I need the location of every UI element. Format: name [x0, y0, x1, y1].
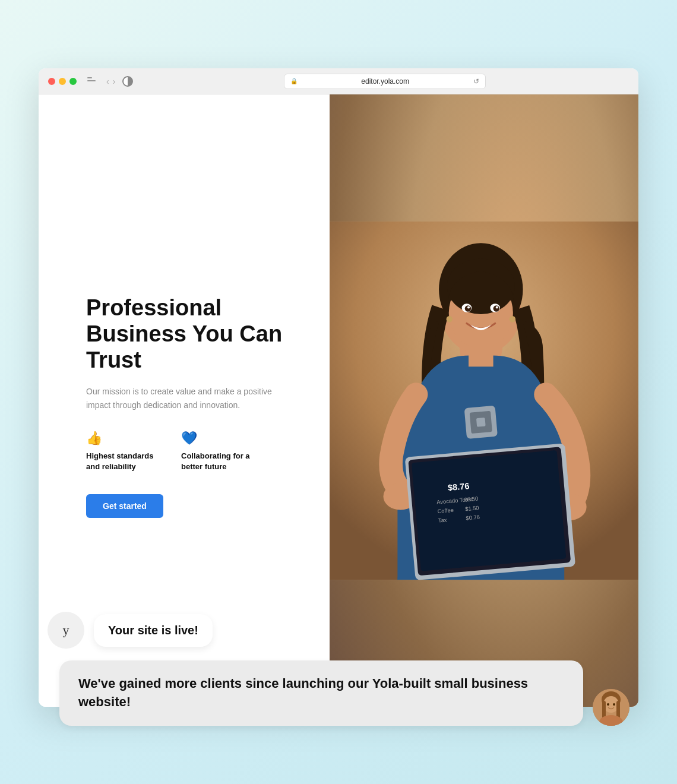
svg-text:Tax: Tax	[438, 517, 448, 523]
nav-arrows: ‹ ›	[106, 77, 115, 86]
svg-point-39	[613, 703, 615, 706]
feature-item-1: 👍 Highest standards and reliability	[86, 431, 157, 472]
svg-rect-30	[476, 418, 486, 427]
testimonial-bubble: We've gained more clients since launchin…	[59, 660, 583, 726]
chat-row-testimonial: We've gained more clients since launchin…	[48, 660, 629, 726]
svg-point-13	[447, 316, 453, 322]
svg-point-14	[510, 316, 515, 322]
svg-point-12	[496, 306, 498, 308]
back-arrow[interactable]: ‹	[106, 77, 109, 86]
address-text: editor.yola.com	[301, 77, 470, 86]
chat-row-notification: y Your site is live!	[48, 612, 629, 649]
hero-description: Our mission is to create value and make …	[86, 385, 294, 412]
svg-rect-35	[602, 701, 606, 719]
user-avatar-image	[593, 689, 629, 726]
svg-text:$1.50: $1.50	[465, 505, 479, 512]
chat-section: y Your site is live! We've gained more c…	[0, 588, 677, 784]
brightness-icon	[122, 76, 133, 87]
close-button[interactable]	[48, 78, 55, 85]
address-bar[interactable]: 🔒 editor.yola.com ↺	[284, 74, 486, 89]
site-live-text: Your site is live!	[108, 624, 198, 637]
yola-logo-avatar: y	[48, 612, 84, 649]
lock-icon: 🔒	[290, 78, 298, 84]
feature-item-2: 💙 Collaborating for a better future	[181, 431, 252, 472]
feature-1-label: Highest standards and reliability	[86, 451, 157, 472]
minimize-button[interactable]	[59, 78, 66, 85]
svg-point-11	[467, 306, 470, 308]
thumbs-up-icon: 👍	[86, 431, 157, 446]
traffic-lights	[48, 78, 77, 85]
site-live-bubble: Your site is live!	[94, 614, 213, 647]
get-started-button[interactable]: Get started	[86, 494, 163, 518]
forward-arrow[interactable]: ›	[113, 77, 116, 86]
testimonial-text: We've gained more clients since launchin…	[78, 675, 564, 712]
features-row: 👍 Highest standards and reliability 💙 Co…	[86, 431, 294, 472]
svg-point-38	[607, 703, 609, 706]
browser-toolbar: ‹ › 🔒 editor.yola.com ↺	[39, 68, 638, 94]
svg-text:$0.76: $0.76	[466, 514, 480, 521]
heart-icon: 💙	[181, 431, 252, 446]
feature-2-label: Collaborating for a better future	[181, 451, 252, 472]
svg-rect-20	[412, 450, 566, 571]
hero-title: Professional Business You Can Trust	[86, 295, 294, 373]
svg-text:$8.76: $8.76	[447, 481, 470, 492]
reload-icon[interactable]: ↺	[473, 77, 479, 86]
svg-rect-36	[616, 701, 620, 719]
maximize-button[interactable]	[69, 78, 77, 85]
sidebar-icon[interactable]	[87, 77, 99, 86]
user-avatar	[593, 689, 629, 726]
svg-rect-31	[469, 342, 493, 367]
svg-text:$5.50: $5.50	[464, 496, 478, 503]
